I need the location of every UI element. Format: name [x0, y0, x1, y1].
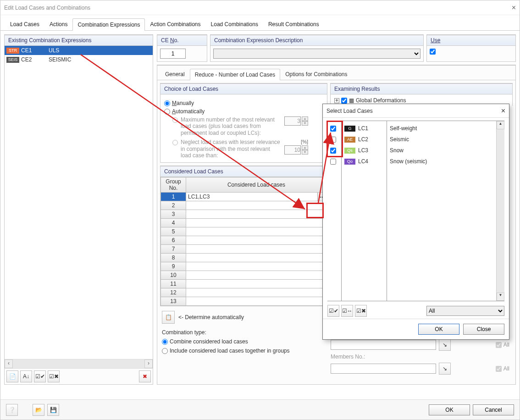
subopt2-radio	[172, 140, 178, 145]
table-row[interactable]: 6	[161, 236, 327, 245]
save-button[interactable]: 💾	[47, 404, 59, 416]
examining-results-panel: Examining Results + ▦ Global Deformation…	[330, 83, 513, 106]
check-all-button[interactable]: ☑✔	[34, 370, 46, 382]
popup-ok-button[interactable]: OK	[418, 324, 459, 335]
radio-manually[interactable]	[164, 100, 170, 106]
dialog-ok-button[interactable]: OK	[429, 404, 470, 415]
tab-result-combinations[interactable]: Result Combinations	[263, 18, 324, 30]
tab-combination-expressions[interactable]: Combination Expressions	[72, 18, 145, 31]
lc-badge: Qo	[344, 159, 355, 165]
lc-badge: Qs	[344, 148, 355, 154]
description-title: Combination Expression Description	[210, 35, 423, 46]
expr-code: CE2	[21, 56, 49, 63]
window-title: Edit Load Cases and Combinations	[4, 5, 90, 11]
use-checkbox[interactable]	[430, 49, 436, 55]
popup-close-button[interactable]: Close	[463, 324, 504, 335]
expression-row-ce1[interactable]: STR CE1 ULS	[5, 46, 153, 55]
existing-expressions-panel: Existing Combination Expressions STR CE1…	[4, 34, 153, 385]
description-panel: Combination Expression Description	[210, 34, 424, 62]
ce-no-input[interactable]	[160, 49, 186, 59]
lc-badge: G	[344, 126, 355, 132]
col-group-no: Group No.	[161, 177, 186, 193]
label-automatically: Automatically	[172, 108, 205, 115]
subopt1-radio	[172, 117, 178, 123]
lc-checkbox[interactable]	[330, 137, 336, 143]
tree-expand-icon[interactable]: +	[334, 98, 339, 103]
popup-title: Select Load Cases	[326, 108, 373, 114]
popup-toggle-button[interactable]: ☑↔	[341, 305, 353, 317]
table-row[interactable]: 5	[161, 227, 327, 236]
existing-expressions-title: Existing Combination Expressions	[5, 35, 153, 46]
sort-button[interactable]: A↓	[20, 370, 32, 382]
popup-close-icon[interactable]: ×	[501, 107, 505, 115]
tab-load-combinations[interactable]: Load Combinations	[206, 18, 263, 30]
popup-uncheck-all-button[interactable]: ☑✖	[355, 305, 367, 317]
choice-title: Choice of Load Cases	[160, 84, 327, 94]
members-no-input[interactable]	[331, 364, 436, 374]
solids-no-input[interactable]	[331, 340, 436, 350]
table-row[interactable]: 9	[161, 262, 327, 271]
description-select[interactable]	[213, 49, 420, 59]
lc-code: LC2	[358, 136, 368, 143]
delete-button[interactable]: ✖	[139, 370, 151, 382]
pick-members-button[interactable]: ↘	[439, 363, 451, 375]
tab-action-combinations[interactable]: Action Combinations	[145, 18, 205, 30]
subopt1-value	[284, 116, 301, 126]
lc-checkbox[interactable]	[330, 148, 336, 154]
table-row[interactable]: 3	[161, 210, 327, 219]
subtab-general[interactable]: General	[160, 68, 190, 80]
help-button[interactable]: ❔	[6, 404, 18, 416]
determine-auto-button[interactable]: 📋	[162, 311, 175, 324]
table-row[interactable]: 11	[161, 280, 327, 288]
table-row[interactable]: 2	[161, 201, 327, 210]
label-manually: Manually	[172, 100, 194, 106]
uncheck-all-button[interactable]: ☑✖	[48, 370, 60, 382]
radio-combine[interactable]	[162, 339, 168, 345]
expression-row-ce2[interactable]: SEIS CE2 SEISMIC	[5, 55, 153, 64]
table-row[interactable]: 4	[161, 219, 327, 227]
ce-no-panel: CE No.	[157, 34, 207, 62]
lc-code: LC1	[358, 125, 368, 132]
tab-actions[interactable]: Actions	[44, 18, 72, 30]
radio-automatically[interactable]	[164, 109, 170, 115]
table-row[interactable]: 1LC1,LC3…	[161, 193, 327, 201]
popup-v-scrollbar[interactable]: ▲▼	[496, 121, 504, 301]
lc-desc: Snow	[390, 147, 404, 154]
pick-solids-button[interactable]: ↘	[439, 339, 451, 351]
deformation-icon: ▦	[349, 97, 354, 104]
subtab-reduce[interactable]: Reduce - Number of Load Cases	[190, 69, 280, 80]
subtab-options[interactable]: Options for Combinations	[280, 68, 352, 80]
lc-desc: Self-weight	[390, 125, 417, 132]
table-row[interactable]: 8	[161, 254, 327, 262]
new-expression-button[interactable]: 📄	[6, 370, 18, 382]
tree-node-checkbox[interactable]	[341, 98, 347, 104]
table-row[interactable]: 13	[161, 297, 327, 306]
table-row[interactable]: 7	[161, 245, 327, 254]
table-row[interactable]: 12	[161, 288, 327, 297]
subopt2-value	[284, 145, 301, 155]
considered-lc-title: Considered Load Cases	[160, 166, 327, 177]
solids-all-checkbox	[496, 342, 502, 348]
select-load-cases-dialog: Select Load Cases × GLC1AELC2QsLC3QoLC4 …	[322, 104, 509, 340]
radio-include-groups[interactable]	[162, 348, 168, 354]
window-close-icon[interactable]: ×	[512, 4, 516, 12]
determine-auto-label: <- Determine automatically	[178, 314, 244, 321]
popup-check-all-button[interactable]: ☑✔	[327, 305, 339, 317]
dialog-cancel-button[interactable]: Cancel	[473, 404, 514, 415]
expr-code: CE1	[21, 47, 49, 54]
lc-desc: Snow (seismic)	[390, 158, 427, 165]
lc-code: LC3	[358, 147, 368, 154]
tab-load-cases[interactable]: Load Cases	[5, 18, 44, 30]
popup-filter-select[interactable]: All	[426, 306, 504, 316]
considered-lc-table[interactable]: Group No. Considered Load cases 1LC1,LC3…	[160, 177, 327, 306]
table-row[interactable]: 10	[161, 271, 327, 280]
subopt1-label: Maximum number of the most relevant load…	[181, 116, 282, 136]
expr-name: ULS	[49, 47, 59, 54]
expression-list[interactable]: STR CE1 ULS SEIS CE2 SEISMIC	[5, 46, 153, 359]
lc-checkbox[interactable]	[330, 126, 336, 132]
lc-checkbox[interactable]	[330, 159, 336, 165]
open-file-button[interactable]: 📂	[33, 404, 44, 416]
label-include-groups: Include considered load cases together i…	[170, 348, 290, 354]
members-all-checkbox	[496, 366, 502, 372]
h-scrollbar[interactable]: ‹›	[5, 359, 153, 368]
